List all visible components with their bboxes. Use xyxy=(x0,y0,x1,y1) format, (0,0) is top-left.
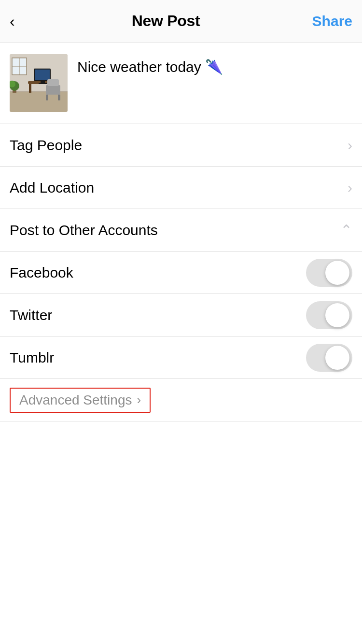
advanced-settings-row[interactable]: Advanced Settings › xyxy=(0,379,362,421)
facebook-toggle[interactable] xyxy=(306,259,352,287)
share-button[interactable]: Share xyxy=(312,13,352,29)
twitter-toggle[interactable] xyxy=(306,301,352,329)
tumblr-label: Tumblr xyxy=(10,350,54,366)
tumblr-toggle-knob xyxy=(325,346,349,370)
caption-text[interactable]: Nice weather today 🌂 xyxy=(77,54,223,77)
header: ‹ New Post Share xyxy=(0,0,362,42)
back-button[interactable]: ‹ xyxy=(10,9,20,34)
facebook-label: Facebook xyxy=(10,265,73,281)
svg-rect-17 xyxy=(47,79,59,86)
post-thumbnail xyxy=(10,54,68,112)
facebook-toggle-knob xyxy=(325,261,349,285)
twitter-label: Twitter xyxy=(10,307,52,323)
page-title: New Post xyxy=(132,12,200,30)
tag-people-chevron-icon: › xyxy=(348,137,352,154)
svg-rect-15 xyxy=(39,83,47,84)
svg-rect-18 xyxy=(46,95,48,100)
tumblr-toggle[interactable] xyxy=(306,344,352,372)
svg-rect-16 xyxy=(46,85,60,95)
add-location-label: Add Location xyxy=(10,180,94,196)
tag-people-label: Tag People xyxy=(10,137,82,154)
post-to-other-label: Post to Other Accounts xyxy=(10,222,158,238)
svg-rect-13 xyxy=(35,70,50,80)
svg-rect-14 xyxy=(41,81,45,83)
add-location-row[interactable]: Add Location › xyxy=(0,167,362,209)
advanced-settings-highlight: Advanced Settings › xyxy=(10,388,151,413)
twitter-row: Twitter xyxy=(0,294,362,336)
caption-row: Nice weather today 🌂 xyxy=(0,42,362,124)
svg-rect-10 xyxy=(29,84,31,93)
add-location-chevron-icon: › xyxy=(348,180,352,196)
advanced-settings-label: Advanced Settings xyxy=(19,392,132,408)
tumblr-row: Tumblr xyxy=(0,336,362,379)
post-to-other-chevron-icon: ⌃ xyxy=(340,222,352,238)
post-to-other-row[interactable]: Post to Other Accounts ⌃ xyxy=(0,209,362,252)
svg-rect-19 xyxy=(58,95,60,100)
advanced-settings-chevron-icon: › xyxy=(137,392,141,407)
twitter-toggle-knob xyxy=(325,303,349,327)
facebook-row: Facebook xyxy=(0,252,362,294)
tag-people-row[interactable]: Tag People › xyxy=(0,124,362,167)
